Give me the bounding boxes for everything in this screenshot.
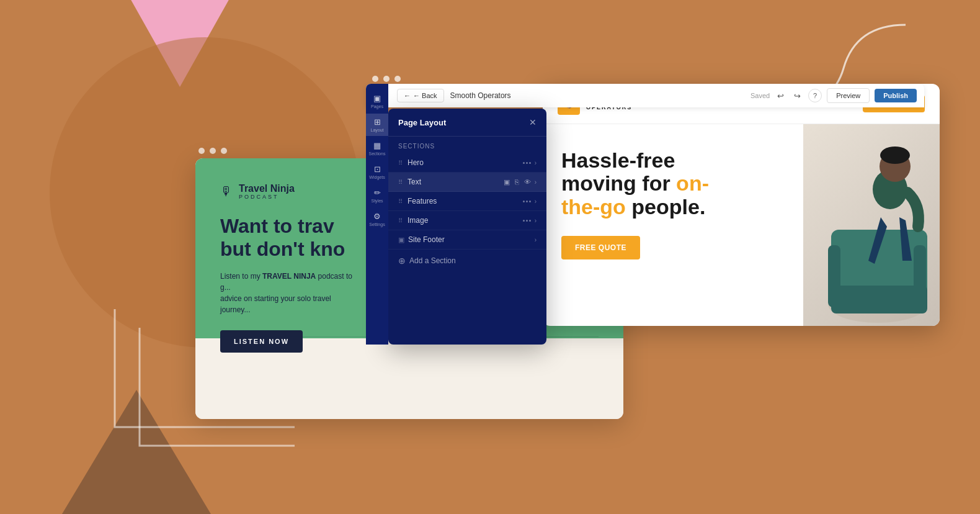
hero-title-line1: Hassle-free — [561, 148, 675, 172]
section-item-footer[interactable]: ▣ Site Footer › — [388, 230, 546, 250]
help-button[interactable]: ? — [808, 89, 822, 102]
page-layout-panel: Page Layout ✕ Sections ⠿ Hero › ⠿ Text ▣… — [388, 109, 546, 345]
listen-btn-label: LISTEN NOW — [234, 338, 289, 345]
hero-title-end: people. — [631, 195, 705, 219]
moving-hero-image — [803, 124, 940, 326]
help-icon: ? — [813, 92, 817, 99]
sidebar-item-sections[interactable]: ▦ Sections — [366, 137, 388, 160]
section-chevron-icon: › — [535, 198, 537, 205]
dark-triangle-decoration — [62, 390, 211, 514]
section-chevron-icon: › — [535, 237, 537, 243]
dots-top-decoration — [372, 76, 401, 82]
drag-handle-icon: ⠿ — [398, 217, 403, 224]
moving-hero-content: Hassle-free moving for on-the-go people.… — [543, 124, 803, 326]
moving-company-card: 📦 SMOOTH OPERATORS SERVICES ABOUT CONTAC… — [543, 84, 940, 326]
section-dots-icon — [523, 220, 531, 222]
section-dots-icon — [523, 162, 531, 164]
panel-title: Page Layout — [398, 118, 446, 127]
section-item-image[interactable]: ⠿ Image › — [388, 211, 546, 230]
sidebar-item-widgets[interactable]: ⊡ Widgets — [366, 161, 388, 183]
free-quote-hero-button[interactable]: FREE QUOTE — [561, 236, 640, 259]
preview-button[interactable]: Preview — [827, 88, 870, 103]
svg-point-7 — [880, 147, 910, 164]
settings-label: Settings — [369, 222, 385, 227]
sections-heading: Sections — [388, 137, 546, 153]
pages-label: Pages — [371, 104, 383, 109]
preview-label: Preview — [836, 92, 860, 99]
layout-label: Layout — [370, 128, 383, 132]
pages-icon: ▣ — [373, 94, 381, 103]
sections-label: Sections — [369, 151, 386, 156]
person-illustration — [822, 130, 933, 326]
moving-hero-title: Hassle-free moving for on-the-go people. — [561, 149, 785, 219]
footer-icon: ▣ — [398, 236, 404, 244]
panel-close-button[interactable]: ✕ — [529, 117, 537, 127]
drag-handle-icon: ⠿ — [398, 198, 403, 205]
drag-handle-icon: ⠿ — [398, 160, 403, 166]
redo-button[interactable]: ↪ — [791, 90, 803, 102]
widgets-label: Widgets — [369, 175, 385, 179]
add-section-icon: ⊕ — [398, 256, 406, 266]
edit-icon[interactable]: ▣ — [504, 178, 510, 186]
sidebar-item-pages[interactable]: ▣ Pages — [366, 90, 388, 112]
hero-title-line2: moving for — [561, 171, 676, 195]
section-name-text: Text — [408, 178, 504, 186]
back-arrow-icon: ← — [404, 92, 411, 99]
sidebar-item-layout[interactable]: ⊞ Layout — [366, 114, 388, 136]
duplicate-icon[interactable]: ⎘ — [515, 178, 519, 186]
styles-label: Styles — [371, 199, 383, 203]
add-section-row[interactable]: ⊕ Add a Section — [388, 250, 546, 272]
pink-triangle-decoration — [124, 0, 236, 87]
brand-subtitle: PODCAST — [239, 194, 295, 201]
editor-topbar: ≋ ← ← Back Smooth Operators Saved ↩ ↪ ? … — [366, 84, 924, 107]
cta-btn-label: FREE QUOTE — [575, 243, 626, 252]
visibility-icon[interactable]: 👁 — [524, 178, 531, 186]
section-item-features[interactable]: ⠿ Features › — [388, 192, 546, 211]
back-label: ← Back — [413, 92, 437, 99]
brand-name: Travel Ninja — [239, 183, 295, 194]
builder-sidebar: ▣ Pages ⊞ Layout ▦ Sections ⊡ Widgets ✏ … — [366, 84, 388, 345]
dots-left-decoration — [198, 148, 227, 154]
undo-button[interactable]: ↩ — [775, 90, 786, 102]
widgets-icon: ⊡ — [374, 165, 381, 174]
section-chevron-icon: › — [535, 160, 537, 166]
sidebar-item-styles[interactable]: ✏ Styles — [366, 184, 388, 207]
panel-header: Page Layout ✕ — [388, 109, 546, 137]
section-name-image: Image — [408, 216, 523, 225]
topbar-right-controls: Saved ↩ ↪ ? Preview Publish — [751, 88, 917, 103]
section-chevron-icon: › — [535, 179, 537, 186]
sections-icon: ▦ — [373, 141, 381, 150]
podcast-subtext: Listen to my TRAVEL NINJA podcast to g..… — [220, 271, 357, 315]
section-dots-icon — [523, 201, 531, 202]
styles-icon: ✏ — [374, 188, 381, 197]
listen-now-button[interactable]: LISTEN NOW — [220, 330, 303, 353]
sidebar-item-settings[interactable]: ⚙ Settings — [366, 208, 388, 230]
moving-hero: Hassle-free moving for on-the-go people.… — [543, 124, 940, 326]
saved-status: Saved — [751, 92, 770, 99]
publish-label: Publish — [883, 92, 908, 99]
podcast-brand: Travel Ninja PODCAST — [239, 183, 295, 200]
section-active-controls: ▣ ⎘ 👁 — [504, 178, 531, 186]
microphone-icon: 🎙 — [220, 184, 233, 199]
section-name-hero: Hero — [408, 158, 523, 167]
page-name-label: Smooth Operators — [450, 91, 751, 100]
publish-button[interactable]: Publish — [875, 89, 917, 102]
settings-icon: ⚙ — [373, 212, 381, 221]
section-name-footer: Site Footer — [408, 235, 531, 244]
back-button[interactable]: ← ← Back — [397, 89, 444, 102]
svg-rect-4 — [831, 286, 927, 313]
layout-icon: ⊞ — [374, 117, 381, 127]
section-name-features: Features — [408, 197, 523, 205]
section-chevron-icon: › — [535, 217, 537, 224]
section-item-text[interactable]: ⠿ Text ▣ ⎘ 👁 › — [388, 173, 546, 192]
drag-handle-icon: ⠿ — [398, 179, 403, 186]
section-item-hero[interactable]: ⠿ Hero › — [388, 153, 546, 173]
add-section-label: Add a Section — [409, 256, 456, 265]
